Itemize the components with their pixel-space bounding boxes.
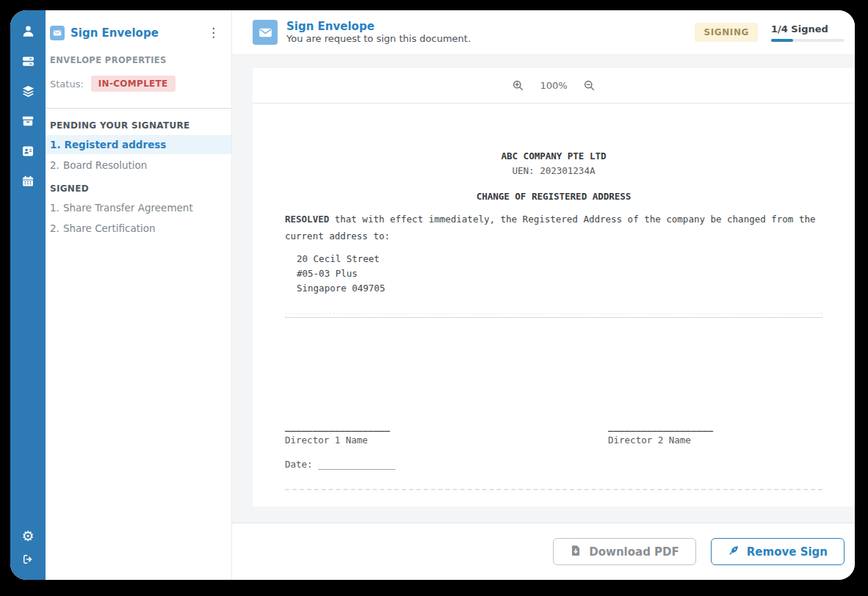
doc-address-line: #05-03 Plus	[297, 266, 822, 281]
download-label: Download PDF	[589, 545, 679, 559]
doc-date-line: Date: ______________	[285, 459, 822, 470]
main-header: Sign Envelope You are request to sign th…	[232, 10, 855, 55]
doc-address-block: 20 Cecil Street #05-03 Plus Singapore 04…	[285, 252, 822, 296]
properties-header: ENVELOPE PROPERTIES	[46, 55, 231, 65]
doc-signature-row: ___________________ Director 1 Name ____…	[285, 421, 822, 448]
signature-line: ___________________	[285, 421, 608, 432]
contacts-icon[interactable]	[19, 142, 37, 160]
app-window: ⚙ Sign Envelope ⋮ ENVELOPE PROPERTIES St…	[10, 10, 855, 580]
document-page: ABC COMPANY PTE LTD UEN: 202301234A CHAN…	[253, 149, 855, 490]
doc-horizontal-rule	[285, 313, 822, 318]
pen-icon	[728, 545, 739, 559]
pending-item-registered-address[interactable]: 1. Registerd address	[46, 135, 231, 154]
signed-item-share-transfer-agreement[interactable]: 1. Share Transfer Agreement	[46, 198, 231, 217]
archive-icon[interactable]	[19, 112, 37, 130]
user-icon[interactable]	[19, 22, 37, 40]
progress-fill	[771, 39, 793, 42]
status-badge: IN-COMPLETE	[91, 76, 176, 92]
panel-divider	[46, 108, 231, 109]
signed-header: SIGNED	[46, 183, 231, 194]
director1-name: Director 1 Name	[285, 432, 608, 448]
doc-address-line: Singapore 049705	[297, 281, 822, 296]
envelope-icon	[50, 26, 65, 40]
doc-signature-director2: ___________________ Director 2 Name	[608, 421, 713, 448]
settings-icon[interactable]: ⚙	[19, 527, 37, 545]
panel-title: Sign Envelope	[70, 26, 159, 40]
list-item-label: Registerd address	[65, 139, 167, 150]
signed-item-share-certification[interactable]: 2. Share Certification	[46, 219, 231, 238]
list-item-label: Board Resolution	[63, 159, 148, 171]
layers-icon[interactable]	[19, 82, 37, 100]
doc-signature-director1: ___________________ Director 1 Name	[285, 421, 608, 448]
progress-label: 1/4 Signed	[771, 23, 845, 34]
remove-label: Remove Sign	[747, 545, 828, 559]
signing-badge: SIGNING	[695, 23, 758, 42]
calendar-icon[interactable]	[19, 172, 37, 190]
zoom-level: 100%	[540, 80, 567, 91]
pending-item-board-resolution[interactable]: 2. Board Resolution	[46, 156, 231, 175]
page-title: Sign Envelope	[286, 20, 471, 34]
progress-track	[771, 39, 845, 42]
doc-resolved-word: RESOLVED	[285, 214, 329, 225]
doc-title: CHANGE OF REGISTERED ADDRESS	[285, 189, 822, 204]
envelope-icon	[253, 20, 278, 45]
remove-sign-button[interactable]: Remove Sign	[711, 538, 845, 565]
doc-company-name: ABC COMPANY PTE LTD	[285, 149, 822, 164]
download-icon	[570, 545, 582, 559]
page-subtitle: You are request to sign this document.	[286, 33, 471, 45]
director2-name: Director 2 Name	[608, 432, 713, 448]
main-area: Sign Envelope You are request to sign th…	[232, 10, 855, 580]
doc-resolution-paragraph: RESOLVED that with effect immediately, t…	[285, 211, 822, 244]
zoom-in-icon[interactable]	[513, 80, 524, 91]
zoom-toolbar: 100%	[253, 68, 855, 103]
viewer-background: 100% ABC COMPANY PTE LTD UEN: 202301234A…	[232, 55, 855, 523]
pending-header: PENDING YOUR SIGNATURE	[46, 120, 231, 131]
kebab-menu-icon[interactable]: ⋮	[203, 25, 224, 40]
server-icon[interactable]	[19, 52, 37, 70]
document-card: 100% ABC COMPANY PTE LTD UEN: 202301234A…	[253, 68, 855, 506]
zoom-out-icon[interactable]	[584, 80, 595, 91]
icon-rail: ⚙	[10, 10, 46, 580]
list-item-label: Share Transfer Agreement	[63, 202, 193, 214]
download-pdf-button[interactable]: Download PDF	[553, 538, 696, 565]
action-footer: Download PDF Remove Sign	[232, 523, 855, 580]
signature-line: ___________________	[608, 421, 713, 432]
signout-icon[interactable]	[19, 550, 37, 568]
signing-progress: 1/4 Signed	[771, 23, 845, 42]
page-break-separator	[285, 489, 822, 490]
list-item-label: Share Certification	[63, 222, 156, 234]
status-label: Status:	[50, 79, 84, 90]
doc-address-line: 20 Cecil Street	[297, 252, 822, 266]
doc-uen: UEN: 202301234A	[285, 164, 822, 178]
envelope-panel: Sign Envelope ⋮ ENVELOPE PROPERTIES Stat…	[46, 10, 232, 580]
